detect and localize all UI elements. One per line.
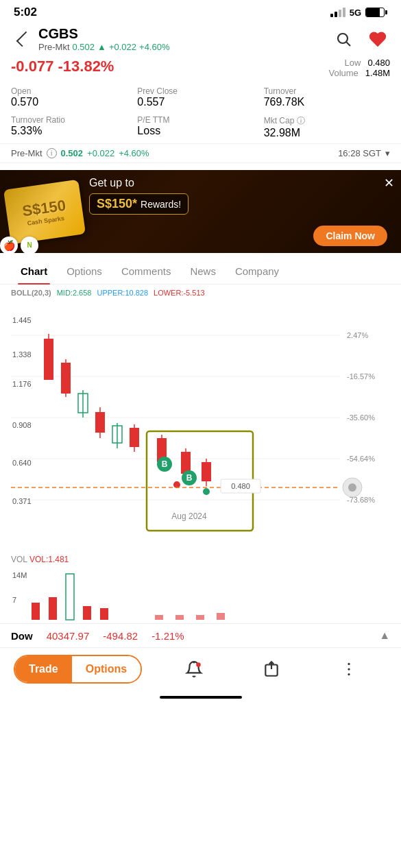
header-actions (331, 27, 390, 51)
banner-title: Get up to (89, 177, 134, 189)
svg-rect-30 (130, 428, 139, 447)
ticker-change: -494.82 (103, 630, 138, 642)
svg-rect-20 (44, 339, 53, 380)
svg-text:-35.60%: -35.60% (347, 413, 375, 422)
price-section: -0.077 -13.82% Low 0.480 Volume 1.48M (0, 55, 401, 82)
premkt-pct: +4.60% (139, 42, 169, 52)
tab-news[interactable]: News (180, 258, 226, 284)
svg-rect-2 (11, 301, 390, 548)
home-bar (160, 696, 242, 699)
back-button[interactable] (11, 28, 33, 50)
price-change: -0.077 -13.82% (11, 58, 114, 75)
banner-amount-text: S$150* (97, 197, 141, 210)
trade-button[interactable]: Trade (15, 656, 72, 682)
chevron-down-icon[interactable]: ▾ (385, 148, 390, 158)
trade-options-group: Trade Options (14, 655, 142, 684)
svg-rect-22 (61, 363, 71, 394)
stock-info: CGBS Pre-Mkt 0.502 ▲ +0.022 +4.60% (33, 26, 331, 52)
svg-point-43 (203, 488, 210, 495)
battery-tip (385, 10, 387, 14)
banner-amount-box: S$150* Rewards! (89, 193, 189, 215)
low-value: 0.480 (367, 58, 390, 68)
svg-rect-56 (83, 606, 91, 620)
volume-value: 1.48M (365, 68, 390, 78)
premkt-row-time: 16:28 SGT (338, 148, 381, 158)
premkt-arrow: ▲ (97, 42, 106, 52)
volume-chart: 14M 7 (11, 568, 390, 623)
status-bar: 5:02 5G (0, 0, 401, 22)
ticker-expand-icon[interactable]: ▲ (379, 629, 390, 642)
banner-close-button[interactable]: ✕ (384, 176, 394, 191)
back-arrow-icon (16, 32, 32, 47)
stat-pe: P/E TTM Loss (137, 115, 263, 139)
premkt-change: +0.022 (109, 42, 136, 52)
svg-text:-16.57%: -16.57% (347, 372, 375, 381)
volume-row: Volume 1.48M (328, 68, 390, 78)
chart-area: BOLL(20,3) MID:2.658 UPPER:10.828 LOWER:… (0, 285, 401, 548)
svg-point-67 (348, 673, 350, 675)
stat-turnover: Turnover 769.78K (264, 86, 390, 108)
premkt-row-price: 0.502 (61, 148, 84, 158)
svg-text:1.338: 1.338 (12, 350, 32, 359)
tab-options[interactable]: Options (57, 258, 112, 284)
premkt-price: 0.502 (73, 42, 95, 52)
favorite-button[interactable] (365, 27, 390, 51)
volume-section: VOL VOL:1.481 14M 7 (0, 551, 401, 623)
banner-left: S$150 Cash Sparks 🍎 N (0, 178, 89, 246)
stat-mktcap: Mkt Cap ⓘ 32.98M (264, 115, 390, 139)
search-button[interactable] (331, 27, 356, 51)
premkt-row-left: Pre-Mkt i 0.502 +0.022 +4.60% (11, 148, 149, 158)
svg-text:0.480: 0.480 (231, 482, 250, 490)
price-right: Low 0.480 Volume 1.48M (328, 58, 390, 78)
more-button[interactable] (335, 655, 363, 683)
share-button[interactable] (258, 655, 285, 683)
candlestick-chart[interactable]: 2.47% -16.57% -35.60% -54.64% -73.68% 1.… (11, 301, 390, 548)
svg-point-66 (348, 668, 350, 670)
stat-open: Open 0.570 (11, 86, 137, 108)
premkt-row: Pre-Mkt i 0.502 +0.022 +4.60% 16:28 SGT … (0, 143, 401, 163)
stat-turnover-ratio-label: Turnover Ratio (11, 115, 137, 125)
banner-right: Get up to S$150* Rewards! Claim Now (89, 170, 401, 253)
stat-turnover-label: Turnover (264, 86, 390, 96)
vol-label: VOL VOL:1.481 (11, 555, 69, 564)
svg-text:-54.64%: -54.64% (347, 455, 375, 463)
svg-rect-59 (175, 615, 184, 620)
svg-point-48 (348, 483, 356, 492)
stats-grid: Open 0.570 Prev Close 0.557 Turnover 769… (0, 82, 401, 143)
boll-label: BOLL(20,3) (11, 289, 51, 297)
bell-button[interactable] (180, 655, 208, 683)
svg-text:0.640: 0.640 (12, 459, 32, 467)
claim-now-button[interactable]: Claim Now (313, 226, 387, 246)
network-type: 5G (350, 8, 361, 18)
svg-text:0.908: 0.908 (12, 421, 32, 429)
premkt-row-label: Pre-Mkt (11, 148, 42, 158)
apple-logo: 🍎 (0, 237, 18, 254)
svg-rect-53 (32, 603, 40, 620)
stat-open-label: Open (11, 86, 137, 96)
svg-text:0.371: 0.371 (12, 497, 32, 505)
tab-chart[interactable]: Chart (11, 258, 57, 284)
tab-company[interactable]: Company (226, 258, 289, 284)
svg-rect-57 (100, 608, 108, 620)
voucher-logos: 🍎 N (0, 237, 38, 254)
stat-mktcap-value: 32.98M (264, 127, 390, 139)
svg-point-65 (348, 663, 350, 665)
svg-text:B: B (186, 473, 193, 483)
ticker-name: Dow (11, 630, 33, 642)
tab-comments[interactable]: Comments (112, 258, 181, 284)
stat-prev-close-value: 0.557 (137, 96, 263, 108)
options-button[interactable]: Options (72, 656, 141, 682)
boll-mid: MID:2.658 (57, 289, 92, 297)
svg-text:14M: 14M (12, 571, 27, 579)
stat-prev-close-label: Prev Close (137, 86, 263, 96)
svg-point-0 (338, 34, 348, 43)
reward-banner: ✕ S$150 Cash Sparks 🍎 N Get up to S$150*… (0, 170, 401, 253)
signal-bar-3 (339, 10, 341, 17)
svg-text:2.47%: 2.47% (347, 331, 368, 339)
svg-rect-36 (202, 462, 211, 481)
premkt-info-icon[interactable]: i (47, 148, 57, 158)
svg-line-1 (347, 43, 351, 47)
volume-label: Volume (328, 68, 358, 78)
stat-prev-close: Prev Close 0.557 (137, 86, 263, 108)
stat-mktcap-label: Mkt Cap ⓘ (264, 115, 390, 127)
